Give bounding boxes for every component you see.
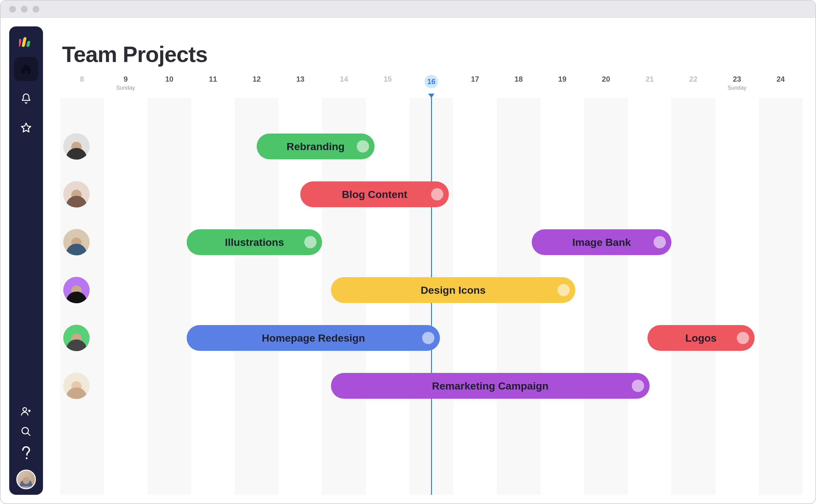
date-weekday-label: Sunday <box>715 85 759 91</box>
svg-point-3 <box>23 408 27 411</box>
date-column[interactable]: 8 <box>60 72 104 95</box>
date-number: 23 <box>715 75 759 83</box>
date-number: 13 <box>278 75 322 83</box>
timeline-row: Homepage RedesignLogos <box>60 314 802 362</box>
date-weekday-label: Sunday <box>104 85 147 91</box>
task-handle-icon[interactable] <box>737 332 749 344</box>
svg-point-5 <box>26 457 28 459</box>
date-number: 11 <box>191 75 235 83</box>
date-number: 18 <box>497 75 540 83</box>
date-column[interactable]: 16 <box>410 72 453 95</box>
date-column[interactable]: 13 <box>278 72 322 95</box>
date-column[interactable]: 18 <box>497 72 540 95</box>
assignee-avatar[interactable] <box>63 325 90 351</box>
task-label: Remarketing Campaign <box>432 380 549 392</box>
app-logo-icon[interactable] <box>19 35 33 50</box>
page-title: Team Projects <box>62 42 802 67</box>
main-content: Team Projects 89Sunday101112131415161718… <box>43 26 811 495</box>
app-body: Team Projects 89Sunday101112131415161718… <box>1 18 815 503</box>
today-indicator-marker-icon <box>428 94 434 98</box>
task-handle-icon[interactable] <box>304 236 317 248</box>
assignee-avatar[interactable] <box>63 373 90 399</box>
date-column[interactable]: 24 <box>759 72 802 95</box>
date-column[interactable]: 15 <box>366 72 410 95</box>
timeline-rows: RebrandingBlog ContentIllustrationsImage… <box>60 98 802 495</box>
browser-window: Team Projects 89Sunday101112131415161718… <box>0 0 816 504</box>
assignee-avatar[interactable] <box>63 133 90 160</box>
sidebar <box>9 26 43 495</box>
task-handle-icon[interactable] <box>431 188 443 200</box>
task-label: Rebranding <box>287 141 345 153</box>
date-number: 8 <box>60 75 104 83</box>
date-number: 9 <box>104 75 147 83</box>
date-column[interactable]: 10 <box>147 72 191 95</box>
star-icon <box>20 122 32 134</box>
task-bar[interactable]: Rebranding <box>257 134 375 159</box>
date-number: 24 <box>759 75 802 83</box>
task-handle-icon[interactable] <box>558 284 570 296</box>
date-column[interactable]: 19 <box>541 72 584 95</box>
help-icon <box>21 446 31 460</box>
nav-profile-avatar[interactable] <box>16 470 36 489</box>
date-number: 21 <box>628 75 671 83</box>
nav-invite-button[interactable] <box>21 406 32 417</box>
task-handle-icon[interactable] <box>632 380 644 392</box>
nav-notifications-button[interactable] <box>14 87 38 110</box>
task-handle-icon[interactable] <box>357 140 369 153</box>
svg-point-4 <box>22 428 29 434</box>
date-number: 14 <box>322 75 366 83</box>
bell-icon <box>21 93 32 104</box>
task-label: Design Icons <box>421 284 486 296</box>
date-number: 15 <box>366 75 410 83</box>
task-bar[interactable]: Illustrations <box>187 229 322 255</box>
timeline-body: RebrandingBlog ContentIllustrationsImage… <box>60 98 802 495</box>
timeline-row: Blog Content <box>60 170 802 218</box>
date-number: 19 <box>541 75 584 83</box>
task-label: Homepage Redesign <box>262 332 365 344</box>
task-label: Image Bank <box>572 236 631 248</box>
date-column[interactable]: 9Sunday <box>104 72 147 95</box>
date-column[interactable]: 20 <box>584 72 628 95</box>
svg-rect-1 <box>21 37 27 47</box>
date-column[interactable]: 23Sunday <box>715 72 759 95</box>
window-minimize-button[interactable] <box>21 6 28 13</box>
task-bar[interactable]: Image Bank <box>532 229 671 255</box>
date-column[interactable]: 21 <box>628 72 671 95</box>
task-bar[interactable]: Logos <box>647 325 754 351</box>
date-number: 12 <box>235 75 278 83</box>
date-column[interactable]: 17 <box>453 72 497 95</box>
timeline-row: IllustrationsImage Bank <box>60 218 802 266</box>
date-column[interactable]: 14 <box>322 72 366 95</box>
home-icon <box>20 63 32 75</box>
timeline-row: Design Icons <box>60 266 802 314</box>
date-number: 22 <box>671 75 715 83</box>
window-maximize-button[interactable] <box>33 6 39 13</box>
date-number: 20 <box>584 75 628 83</box>
date-number: 17 <box>453 75 497 83</box>
task-handle-icon[interactable] <box>654 236 666 248</box>
invite-user-icon <box>21 406 32 417</box>
task-label: Illustrations <box>225 236 284 248</box>
task-label: Logos <box>685 332 717 344</box>
date-column[interactable]: 11 <box>191 72 235 95</box>
svg-rect-0 <box>19 39 22 47</box>
task-bar[interactable]: Design Icons <box>331 277 576 303</box>
window-close-button[interactable] <box>9 6 16 13</box>
assignee-avatar[interactable] <box>63 277 90 303</box>
task-handle-icon[interactable] <box>422 332 434 344</box>
nav-help-button[interactable] <box>21 446 31 460</box>
task-bar[interactable]: Homepage Redesign <box>187 325 440 351</box>
date-number: 16 <box>425 75 438 88</box>
date-number: 10 <box>147 75 191 83</box>
search-icon <box>21 426 32 437</box>
nav-favorites-button[interactable] <box>14 116 38 140</box>
nav-home-button[interactable] <box>14 57 38 81</box>
date-column[interactable]: 12 <box>235 72 278 95</box>
date-column[interactable]: 22 <box>671 72 715 95</box>
assignee-avatar[interactable] <box>63 229 90 255</box>
task-bar[interactable]: Blog Content <box>300 181 449 207</box>
task-bar[interactable]: Remarketing Campaign <box>331 373 650 399</box>
timeline-date-header: 89Sunday1011121314151617181920212223Sund… <box>60 72 802 95</box>
assignee-avatar[interactable] <box>63 181 90 207</box>
nav-search-button[interactable] <box>21 426 32 437</box>
